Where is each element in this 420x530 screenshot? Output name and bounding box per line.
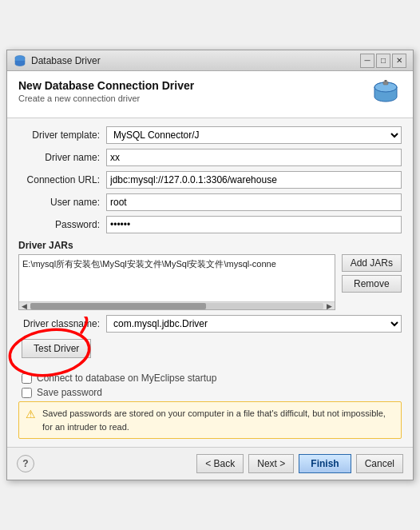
footer-right: < Back Next > Finish Cancel — [196, 454, 403, 473]
password-label: Password: — [18, 219, 106, 230]
dialog-window: Database Driver ─ □ ✕ New Database Conne… — [6, 50, 414, 480]
minimize-button[interactable]: ─ — [360, 54, 374, 68]
connection-url-row: Connection URL: — [18, 171, 402, 189]
password-input[interactable] — [106, 216, 402, 233]
save-password-checkbox-row: Save password — [18, 387, 402, 398]
warning-text: Saved passwords are stored on your compu… — [42, 407, 394, 433]
header-subtitle: Create a new connection driver — [18, 94, 194, 103]
driver-name-input[interactable] — [106, 149, 402, 166]
connect-checkbox-label[interactable]: Connect to database on MyEclipse startup — [37, 373, 216, 384]
footer-area: ? < Back Next > Finish Cancel — [7, 447, 413, 480]
warning-box: ⚠ Saved passwords are stored on your com… — [18, 401, 402, 439]
test-driver-button[interactable]: Test Driver — [22, 339, 91, 358]
header-title: New Database Connection Driver — [18, 79, 194, 92]
classname-select[interactable]: com.mysql.jdbc.Driver — [106, 315, 402, 333]
jar-horizontal-scrollbar[interactable]: ◀ ▶ — [19, 301, 335, 309]
classname-row: Driver classname: com.mysql.jdbc.Driver — [18, 315, 402, 333]
header-db-icon — [370, 80, 401, 110]
header-text: New Database Connection Driver Create a … — [18, 79, 194, 103]
save-password-checkbox[interactable] — [22, 388, 32, 398]
driver-template-row: Driver template: MySQL Connector/J — [18, 126, 402, 144]
main-content: Driver template: MySQL Connector/J Drive… — [7, 118, 413, 447]
scrollbar-right-arrow[interactable]: ▶ — [325, 302, 335, 310]
test-driver-wrapper: Test Driver — [22, 339, 91, 365]
jar-buttons: Add JARs Remove — [342, 254, 402, 310]
header-area: New Database Connection Driver Create a … — [7, 71, 413, 118]
svg-rect-3 — [383, 82, 388, 85]
connect-checkbox[interactable] — [22, 373, 32, 384]
header-icon-area — [370, 79, 402, 111]
maximize-button[interactable]: □ — [376, 54, 390, 68]
footer-left: ? — [17, 455, 34, 472]
jar-area: E:\mysql所有安装包\MySql安装文件\MySql安装文件\mysql-… — [18, 254, 402, 310]
user-name-row: User name: — [18, 193, 402, 211]
next-button[interactable]: Next > — [248, 454, 294, 473]
help-button[interactable]: ? — [17, 455, 34, 472]
jar-list-container[interactable]: E:\mysql所有安装包\MySql安装文件\MySql安装文件\mysql-… — [18, 254, 335, 310]
cancel-button[interactable]: Cancel — [356, 454, 403, 473]
title-bar-left: Database Driver — [14, 54, 101, 67]
password-row: Password: — [18, 216, 402, 233]
finish-button[interactable]: Finish — [299, 454, 351, 473]
warning-icon: ⚠ — [26, 408, 36, 420]
jar-scrollbar-track[interactable] — [30, 303, 323, 309]
driver-template-select[interactable]: MySQL Connector/J — [106, 126, 402, 144]
close-button[interactable]: ✕ — [392, 54, 406, 68]
title-bar-db-icon — [14, 54, 26, 67]
jar-list-item: E:\mysql所有安装包\MySql安装文件\MySql安装文件\mysql-… — [19, 255, 335, 273]
jar-scrollbar-thumb[interactable] — [30, 303, 206, 309]
driver-name-label: Driver name: — [18, 152, 106, 163]
add-jars-button[interactable]: Add JARs — [342, 254, 402, 272]
title-bar: Database Driver ─ □ ✕ — [7, 50, 413, 71]
connection-url-label: Connection URL: — [18, 174, 106, 185]
connect-checkbox-row: Connect to database on MyEclipse startup — [18, 373, 402, 384]
save-password-checkbox-label[interactable]: Save password — [37, 387, 102, 398]
connection-url-input[interactable] — [106, 171, 402, 189]
svg-rect-4 — [385, 80, 387, 82]
driver-name-row: Driver name: — [18, 149, 402, 166]
user-name-input[interactable] — [106, 193, 402, 211]
scrollbar-left-arrow[interactable]: ◀ — [19, 302, 29, 310]
classname-label: Driver classname: — [18, 318, 106, 329]
user-name-label: User name: — [18, 197, 106, 208]
remove-button[interactable]: Remove — [342, 275, 402, 293]
driver-template-label: Driver template: — [18, 130, 106, 141]
title-bar-title: Database Driver — [31, 55, 101, 66]
title-bar-controls: ─ □ ✕ — [360, 54, 406, 68]
back-button[interactable]: < Back — [196, 454, 244, 473]
driver-jars-label: Driver JARs — [18, 240, 402, 251]
